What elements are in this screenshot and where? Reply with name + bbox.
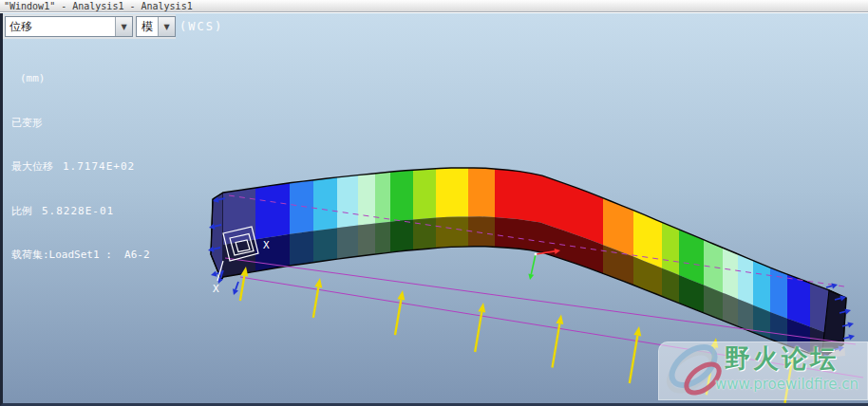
result-type-combobox[interactable]: 位移 ▼ xyxy=(5,16,133,37)
graphics-viewport[interactable]: XX 位移 ▼ 模 ▼ (WCS) (mm) 已变形 最大位移1.7174E+0… xyxy=(0,13,868,406)
simulate-result-window: "Window1" - Analysis1 - Analysis1 XX 位移 … xyxy=(0,0,868,406)
window-title: "Window1" - Analysis1 - Analysis1 xyxy=(4,1,193,11)
csys-label: (WCS) xyxy=(179,20,223,33)
watermark-site-url: www.proewildfire.cn xyxy=(715,376,859,393)
chevron-down-icon[interactable]: ▼ xyxy=(158,17,175,36)
chevron-down-icon[interactable]: ▼ xyxy=(115,17,132,36)
beam-fringe xyxy=(211,168,846,360)
window-title-bar: "Window1" - Analysis1 - Analysis1 xyxy=(0,0,868,12)
result-toolbar: 位移 ▼ 模 ▼ xyxy=(3,14,176,39)
result-legend: (mm) 已变形 最大位移1.7174E+02 比例5.8228E-01 载荷集… xyxy=(11,42,150,292)
result-type-value[interactable]: 位移 xyxy=(6,17,115,36)
watermark: 野火论坛 www.proewildfire.cn xyxy=(658,341,868,400)
legend-deformed: 已变形 xyxy=(11,116,150,131)
wcs-x-label: X xyxy=(263,239,270,251)
result-triad xyxy=(528,249,560,280)
legend-loadset: 载荷集:LoadSet1 : A6-2 xyxy=(11,248,150,263)
legend-max-displacement: 最大位移1.7174E+02 xyxy=(11,159,150,175)
legend-units: (mm) xyxy=(11,71,150,86)
component-combobox[interactable]: 模 ▼ xyxy=(136,16,176,37)
component-value[interactable]: 模 xyxy=(137,17,158,36)
legend-scale: 比例5.8228E-01 xyxy=(11,204,150,219)
wcs-x2-label: X xyxy=(213,283,219,295)
watermark-site-name: 野火论坛 xyxy=(725,341,839,376)
